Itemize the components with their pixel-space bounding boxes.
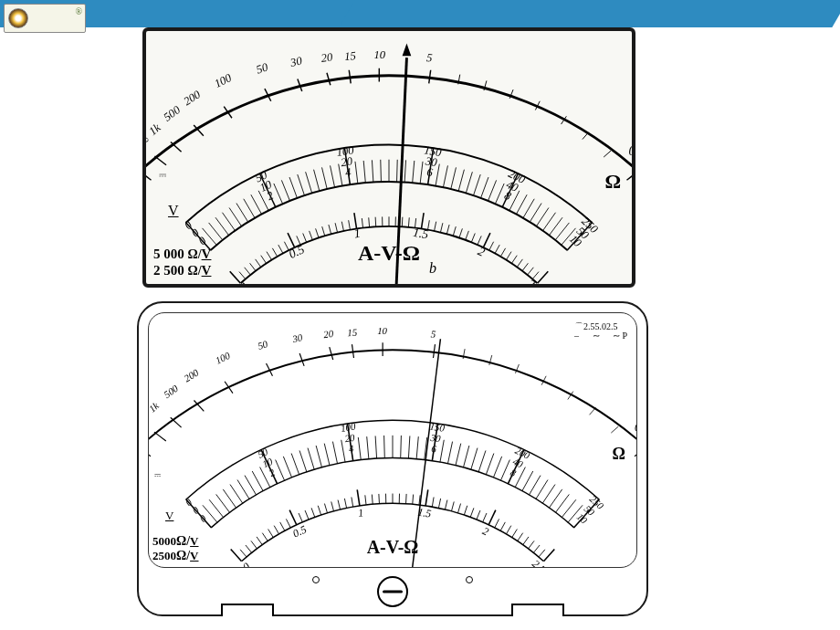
svg-text:30: 30 [429,432,442,445]
svg-line-160 [149,447,151,457]
sensitivity-line1-lower: 5000Ω/V [152,534,199,549]
svg-text:2: 2 [268,467,278,478]
svg-line-276 [523,537,529,545]
svg-line-203 [384,436,385,458]
svg-line-170 [434,344,436,358]
svg-line-183 [223,489,236,508]
svg-line-184 [230,485,243,504]
svg-line-120 [528,268,534,275]
svg-line-74 [245,268,251,275]
svg-line-249 [352,497,353,507]
svg-line-257 [406,494,407,504]
svg-text:1: 1 [357,506,364,520]
svg-line-117 [511,256,517,264]
svg-line-50 [420,162,423,184]
svg-line-67 [542,213,555,231]
top-stripe [339,0,840,27]
dc-symbol-upper: ⎓ [159,168,166,183]
svg-line-20 [604,151,611,157]
svg-line-59 [488,180,496,201]
svg-line-29 [251,194,262,214]
mount-hole-right-icon [466,576,473,583]
svg-line-194 [308,448,314,470]
svg-text:∞: ∞ [146,133,152,148]
svg-line-106 [446,225,449,234]
svg-line-211 [447,442,452,464]
sensitivity-line1-upper: 5 000 Ω/V [153,247,211,262]
svg-line-218 [500,460,509,481]
svg-line-108 [459,228,462,237]
mount-hole-left-icon [312,576,320,583]
svg-line-105 [440,223,442,232]
svg-line-91 [349,220,351,229]
precision-class-block: ⌒2.55.02.5 – ∼ ∼ P [574,322,625,341]
svg-line-217 [493,457,501,478]
svg-line-63 [516,194,527,214]
multimeter-dial-lower: ∞ 1k 500 200 100 50 30 20 15 10 5 0 0501… [137,301,648,616]
svg-line-178 [611,426,618,433]
svg-line-269 [483,513,487,522]
sensitivity-line2-lower: 2500Ω/V [152,549,199,563]
svg-line-34 [289,177,297,198]
svg-line-95 [375,217,376,226]
svg-line-84 [303,234,307,243]
svg-line-36 [306,172,312,193]
svg-text:100: 100 [214,350,232,366]
meter-arcs-lower: ∞ 1k 500 200 100 50 30 20 15 10 5 0 0501… [149,313,636,567]
svg-line-38 [322,167,328,189]
svg-line-47 [397,160,398,182]
svg-line-3 [154,156,166,165]
svg-line-162 [171,417,182,427]
svg-line-27 [236,204,248,223]
svg-line-73 [239,272,246,279]
svg-text:6: 6 [431,443,438,455]
svg-line-107 [453,226,456,236]
svg-line-262 [438,499,440,508]
svg-line-182 [216,494,230,512]
svg-line-202 [375,436,376,458]
svg-line-75 [250,263,256,270]
svg-line-110 [471,234,475,243]
svg-line-225 [549,489,562,508]
svg-text:1.5: 1.5 [417,506,433,520]
svg-line-201 [367,436,369,459]
dc-symbol-lower: ⎓ [154,468,161,482]
svg-line-76 [256,259,261,268]
svg-line-235 [262,533,268,541]
svg-line-104 [435,222,436,231]
svg-line-251 [365,495,366,505]
svg-text:8: 8 [502,189,513,204]
svg-line-197 [332,442,337,464]
svg-text:50: 50 [257,338,270,352]
svg-line-39 [331,165,335,187]
svg-line-236 [268,530,274,538]
svg-line-206 [408,436,409,458]
svg-line-33 [281,180,289,201]
svg-text:5: 5 [430,328,436,340]
svg-line-114 [495,245,499,253]
svg-line-66 [536,208,549,226]
svg-text:1k: 1k [149,400,161,415]
svg-line-221 [522,471,533,491]
svg-line-35 [298,174,305,195]
svg-line-167 [330,347,333,360]
svg-line-49 [413,161,415,183]
svg-line-68 [549,217,562,236]
svg-line-32 [274,184,283,204]
svg-line-13 [626,172,632,181]
svg-text:8: 8 [509,467,519,478]
svg-line-271 [495,519,499,527]
svg-text:15: 15 [347,327,358,339]
svg-line-253 [379,494,380,504]
svg-line-185 [237,480,249,499]
svg-line-205 [401,436,402,458]
svg-line-266 [464,506,467,515]
b-label: b [429,260,436,277]
svg-line-272 [500,522,505,530]
svg-line-237 [274,526,278,534]
svg-line-239 [286,519,290,527]
svg-line-223 [536,480,548,499]
zero-adjust-screw-icon [377,576,408,607]
svg-line-48 [404,160,405,182]
ohm-unit-symbol-upper: Ω [604,170,621,194]
